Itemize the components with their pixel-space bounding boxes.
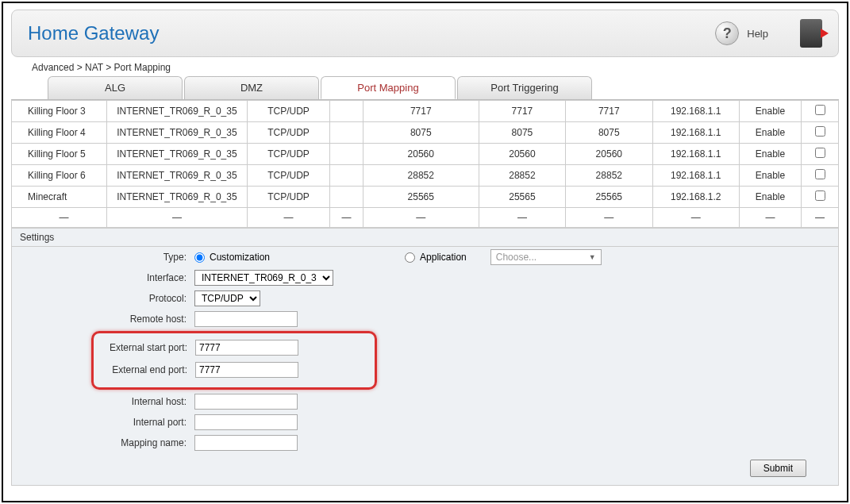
sep-cell: — (802, 208, 839, 228)
cell-ext-port: 28852 (363, 165, 479, 187)
cell-interface: INTERNET_TR069_R_0_35 (106, 165, 247, 187)
row-checkbox[interactable] (815, 105, 825, 115)
interface-select[interactable]: INTERNET_TR069_R_0_35 (194, 270, 333, 286)
cell-protocol: TCP/UDP (247, 122, 329, 144)
separator-row: —————————— (12, 208, 839, 228)
tab-alg[interactable]: ALG (48, 76, 183, 99)
cell-protocol: TCP/UDP (247, 165, 329, 187)
sep-cell: — (106, 208, 247, 228)
application-select-label: Choose... (496, 252, 537, 263)
cell-checkbox (802, 187, 839, 208)
sep-cell: — (739, 208, 801, 228)
cell-interface: INTERNET_TR069_R_0_35 (106, 144, 247, 165)
cell-int-port: 25565 (566, 187, 652, 208)
cell-enable: Enable (739, 165, 801, 187)
sep-cell: — (479, 208, 565, 228)
sep-cell: — (247, 208, 329, 228)
cell-protocol: TCP/UDP (247, 144, 329, 165)
cell-interface: INTERNET_TR069_R_0_35 (106, 122, 247, 144)
cell-ext-sport: 7717 (479, 101, 565, 122)
cell-int-host: 192.168.1.1 (652, 165, 739, 187)
table-row: Killing Floor 6INTERNET_TR069_R_0_35TCP/… (12, 165, 839, 187)
cell-blank (330, 165, 363, 187)
cell-int-port: 28852 (566, 165, 652, 187)
application-select[interactable]: Choose... ▼ (490, 249, 602, 265)
cell-checkbox (802, 122, 839, 144)
logout-icon[interactable] (800, 19, 822, 48)
cell-blank (330, 101, 363, 122)
internal-port-input[interactable] (194, 414, 298, 430)
table-row: Killing Floor 5INTERNET_TR069_R_0_35TCP/… (12, 144, 839, 165)
cell-ext-sport: 8075 (479, 122, 565, 144)
chevron-down-icon: ▼ (589, 253, 596, 261)
cell-int-host: 192.168.1.2 (652, 187, 739, 208)
cell-int-host: 192.168.1.1 (652, 144, 739, 165)
cell-blank (330, 144, 363, 165)
tab-port-triggering[interactable]: Port Triggering (457, 76, 592, 99)
cell-ext-port: 8075 (363, 122, 479, 144)
external-end-port-input[interactable] (195, 362, 298, 378)
highlight-annotation: External start port: External end port: (91, 331, 377, 390)
cell-enable: Enable (739, 122, 801, 144)
mapping-name-input[interactable] (194, 435, 298, 451)
sep-cell: — (652, 208, 739, 228)
protocol-select[interactable]: TCP/UDP (194, 290, 260, 306)
cell-checkbox (802, 165, 839, 187)
label-remote-host: Remote host: (12, 314, 194, 325)
cell-interface: INTERNET_TR069_R_0_35 (106, 187, 247, 208)
radio-application[interactable] (405, 252, 415, 263)
cell-checkbox (802, 144, 839, 165)
settings-panel: Settings Type: Customization Application… (11, 228, 839, 486)
cell-ext-port: 20560 (363, 144, 479, 165)
radio-customization-label: Customization (210, 252, 270, 263)
label-ext-end: External end port: (100, 364, 195, 375)
cell-int-port: 20560 (566, 144, 652, 165)
cell-int-port: 7717 (566, 101, 652, 122)
breadcrumb: Advanced > NAT > Port Mapping (32, 62, 847, 73)
cell-int-host: 192.168.1.1 (652, 101, 739, 122)
help-icon[interactable]: ? (715, 21, 739, 45)
tab-dmz[interactable]: DMZ (184, 76, 319, 99)
label-internal-port: Internal port: (12, 417, 194, 428)
table-row: Killing Floor 3INTERNET_TR069_R_0_35TCP/… (12, 101, 839, 122)
tab-port-mapping[interactable]: Port Mapping (321, 76, 456, 99)
settings-title: Settings (12, 229, 838, 247)
cell-name: Killing Floor 5 (12, 144, 107, 165)
radio-application-label: Application (420, 252, 467, 263)
cell-name: Killing Floor 4 (12, 122, 107, 144)
row-checkbox[interactable] (815, 190, 825, 201)
cell-ext-port: 7717 (363, 101, 479, 122)
table-row: Killing Floor 4INTERNET_TR069_R_0_35TCP/… (12, 122, 839, 144)
label-interface: Interface: (12, 272, 194, 283)
sep-cell: — (12, 208, 107, 228)
cell-blank (330, 122, 363, 144)
port-mapping-table: Killing Floor 3INTERNET_TR069_R_0_35TCP/… (11, 100, 839, 228)
internal-host-input[interactable] (194, 394, 298, 410)
header: Home Gateway ? Help (11, 10, 839, 57)
remote-host-input[interactable] (194, 311, 298, 327)
cell-name: Minecraft (12, 187, 107, 208)
label-type: Type: (12, 252, 194, 263)
cell-enable: Enable (739, 187, 801, 208)
row-checkbox[interactable] (815, 169, 825, 179)
help-label[interactable]: Help (747, 28, 768, 40)
cell-int-port: 8075 (566, 122, 652, 144)
cell-ext-sport: 20560 (479, 144, 565, 165)
row-checkbox[interactable] (815, 126, 825, 137)
label-ext-start: External start port: (100, 342, 195, 353)
external-start-port-input[interactable] (195, 340, 298, 356)
row-checkbox[interactable] (815, 148, 825, 158)
app-title: Home Gateway (28, 22, 159, 44)
cell-name: Killing Floor 3 (12, 101, 107, 122)
cell-name: Killing Floor 6 (12, 165, 107, 187)
label-protocol: Protocol: (12, 293, 194, 304)
cell-ext-sport: 25565 (479, 187, 565, 208)
cell-ext-sport: 28852 (479, 165, 565, 187)
sep-cell: — (566, 208, 652, 228)
cell-blank (330, 187, 363, 208)
cell-interface: INTERNET_TR069_R_0_35 (106, 101, 247, 122)
submit-button[interactable]: Submit (750, 460, 806, 477)
tab-bar: ALG DMZ Port Mapping Port Triggering (48, 76, 847, 99)
radio-customization[interactable] (194, 252, 205, 263)
sep-cell: — (363, 208, 479, 228)
